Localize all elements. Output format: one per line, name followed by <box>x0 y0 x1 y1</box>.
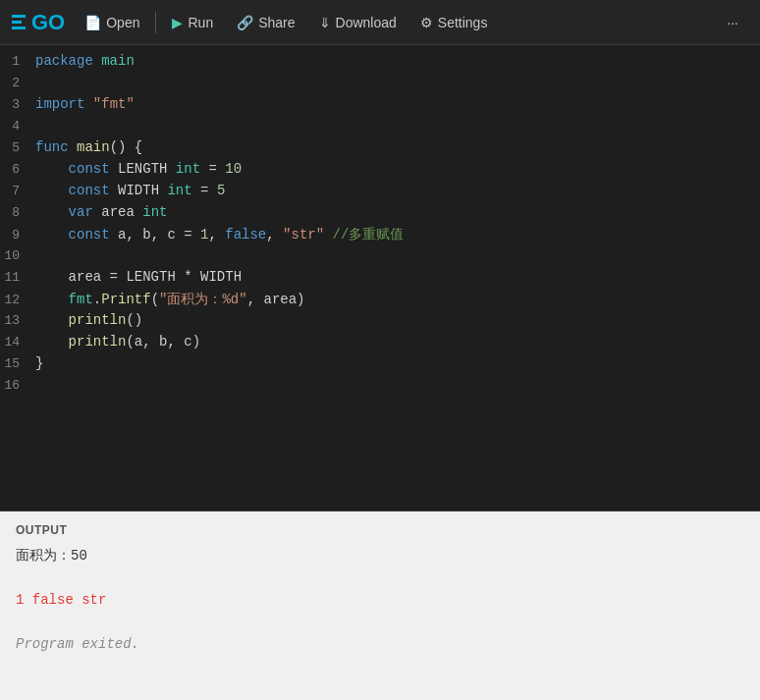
line-num-10: 10 <box>0 248 35 263</box>
toolbar: GO 📄 Open ▶ Run 🔗 Share ⇓ Download ⚙ Set… <box>0 0 760 45</box>
line-num-7: 7 <box>0 184 35 198</box>
line-num-12: 12 <box>0 293 35 307</box>
line-content-12: fmt.Printf("面积为：%d", area) <box>35 291 304 308</box>
download-icon: ⇓ <box>319 15 331 30</box>
code-line-2: 2 <box>0 75 760 96</box>
code-line-6: 6 const LENGTH int = 10 <box>0 161 760 183</box>
output-panel: OUTPUT 面积为：50 1 false str Program exited… <box>0 512 760 700</box>
code-line-14: 14 println(a, b, c) <box>0 334 760 355</box>
open-label: Open <box>106 15 139 30</box>
code-line-15: 15 } <box>0 355 760 377</box>
more-label: ··· <box>727 15 738 30</box>
code-line-12: 12 fmt.Printf("面积为：%d", area) <box>0 291 760 312</box>
line-num-2: 2 <box>0 76 35 90</box>
share-label: Share <box>258 15 295 30</box>
output-line-5: Program exited. <box>16 633 744 655</box>
logo-text: GO <box>31 10 65 35</box>
download-label: Download <box>336 15 397 30</box>
code-line-4: 4 <box>0 118 760 139</box>
download-button[interactable]: ⇓ Download <box>309 10 407 35</box>
run-button[interactable]: ▶ Run <box>162 10 223 35</box>
line-num-1: 1 <box>0 54 35 69</box>
more-button[interactable]: ··· <box>717 10 748 35</box>
line-content-11: area = LENGTH * WIDTH <box>35 269 242 285</box>
line-num-16: 16 <box>0 378 35 393</box>
line-num-14: 14 <box>0 335 35 350</box>
code-line-3: 3 import "fmt" <box>0 96 760 118</box>
line-content-3: import "fmt" <box>35 96 135 112</box>
line-num-8: 8 <box>0 205 35 220</box>
settings-button[interactable]: ⚙ Settings <box>410 10 498 35</box>
line-content-14: println(a, b, c) <box>35 334 200 350</box>
code-line-11: 11 area = LENGTH * WIDTH <box>0 269 760 291</box>
line-content-2 <box>35 75 43 90</box>
line-content-16 <box>35 377 43 393</box>
line-num-9: 9 <box>0 228 35 242</box>
share-button[interactable]: 🔗 Share <box>227 10 304 35</box>
share-icon: 🔗 <box>237 15 253 30</box>
open-button[interactable]: 📄 Open <box>75 10 149 35</box>
line-num-15: 15 <box>0 356 35 371</box>
line-num-13: 13 <box>0 313 35 328</box>
output-line-4 <box>16 611 744 632</box>
settings-label: Settings <box>438 15 488 30</box>
line-content-8: var area int <box>35 204 167 220</box>
code-line-7: 7 const WIDTH int = 5 <box>0 183 760 204</box>
logo-lines <box>12 15 26 29</box>
line-content-15: } <box>35 355 43 371</box>
line-content-5: func main() { <box>35 139 142 155</box>
code-line-9: 9 const a, b, c = 1, false, "str" //多重赋值 <box>0 226 760 247</box>
line-num-11: 11 <box>0 270 35 285</box>
line-num-6: 6 <box>0 162 35 177</box>
line-content-9: const a, b, c = 1, false, "str" //多重赋值 <box>35 226 404 243</box>
output-line-3: 1 false str <box>16 589 744 611</box>
line-num-5: 5 <box>0 140 35 155</box>
output-label: OUTPUT <box>16 523 744 537</box>
code-line-5: 5 func main() { <box>0 139 760 161</box>
line-content-6: const LENGTH int = 10 <box>35 161 242 177</box>
code-editor: 1 package main 2 3 import "fmt" 4 5 func… <box>0 45 760 512</box>
code-line-1: 1 package main <box>0 53 760 75</box>
line-num-3: 3 <box>0 97 35 112</box>
run-icon: ▶ <box>172 15 183 30</box>
go-logo: GO <box>12 10 65 35</box>
code-line-16: 16 <box>0 377 760 399</box>
settings-icon: ⚙ <box>420 15 433 30</box>
code-line-8: 8 var area int <box>0 204 760 226</box>
line-content-13: println() <box>35 312 142 328</box>
output-line-2 <box>16 566 744 588</box>
line-content-7: const WIDTH int = 5 <box>35 183 225 198</box>
open-icon: 📄 <box>84 15 101 30</box>
line-content-10 <box>35 247 43 263</box>
output-line-1: 面积为：50 <box>16 545 744 566</box>
code-line-10: 10 <box>0 247 760 269</box>
line-num-4: 4 <box>0 119 35 134</box>
code-line-13: 13 println() <box>0 312 760 334</box>
run-label: Run <box>188 15 213 30</box>
line-content-4 <box>35 118 43 134</box>
line-content-1: package main <box>35 53 135 69</box>
divider-1 <box>155 12 156 33</box>
